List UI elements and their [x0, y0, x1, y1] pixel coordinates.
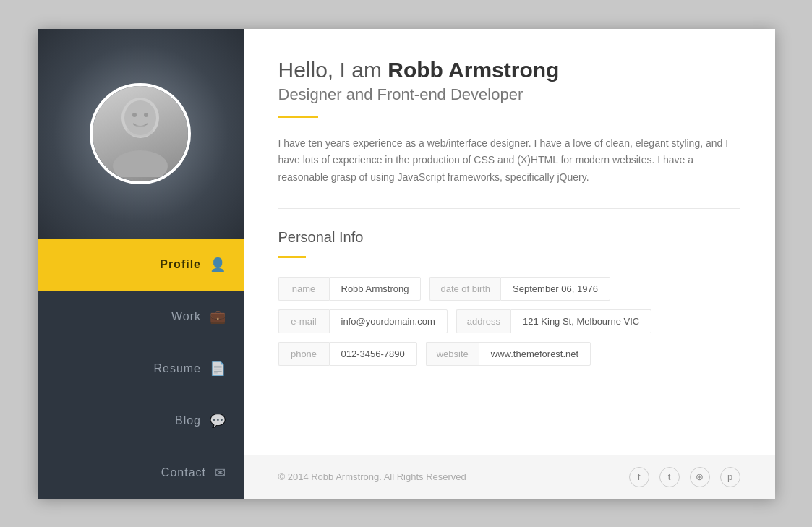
info-cell: phone 012-3456-7890 [278, 342, 417, 366]
copyright: © 2014 Robb Armstrong. All Rights Reserv… [278, 471, 466, 482]
nav-label-blog: Blog [175, 414, 201, 427]
info-label: website [426, 342, 479, 366]
nav-label-contact: Contact [161, 466, 206, 479]
nav-label-profile: Profile [160, 258, 201, 271]
info-grid: name Robb Armstrong date of birth Septem… [278, 277, 740, 366]
pinterest-icon[interactable]: p [720, 467, 740, 487]
avatar-image [93, 86, 188, 181]
info-cell: address 121 King St, Melbourne VIC [456, 309, 651, 333]
bio-text: I have ten years experience as a web/int… [278, 135, 740, 187]
info-label: date of birth [429, 277, 500, 301]
twitter-icon[interactable]: t [659, 467, 680, 487]
nav-label-resume: Resume [153, 362, 201, 375]
hello-prefix: Hello, I am [278, 58, 388, 82]
photo-area [38, 29, 244, 239]
sidebar: Profile 👤 Work 💼 Resume 📄 Blog 💬 Contact… [38, 29, 244, 499]
section-accent-bar [278, 256, 306, 258]
hello-heading: Hello, I am Robb Armstrong [278, 58, 740, 82]
profile-icon: 👤 [210, 257, 226, 273]
info-cell: date of birth September 06, 1976 [429, 277, 610, 301]
sidebar-item-work[interactable]: Work 💼 [38, 291, 244, 343]
sidebar-item-resume[interactable]: Resume 📄 [38, 343, 244, 395]
info-label: address [456, 309, 510, 333]
person-name: Robb Armstrong [388, 58, 559, 82]
svg-point-4 [127, 125, 153, 137]
info-row: e-mail info@yourdomain.com address 121 K… [278, 309, 740, 333]
info-value: 012-3456-7890 [329, 342, 417, 366]
avatar [90, 83, 191, 184]
info-value: September 06, 1976 [500, 277, 610, 301]
contact-icon: ✉ [215, 465, 226, 481]
blog-icon: 💬 [210, 413, 226, 429]
svg-point-5 [113, 150, 168, 177]
info-value: 121 King St, Melbourne VIC [510, 309, 651, 333]
info-cell: e-mail info@yourdomain.com [278, 309, 448, 333]
dribbble-icon[interactable]: ⊛ [690, 467, 710, 487]
svg-point-2 [132, 113, 137, 117]
svg-point-3 [144, 113, 148, 117]
facebook-icon[interactable]: f [629, 467, 649, 487]
info-label: name [278, 277, 329, 301]
sidebar-item-profile[interactable]: Profile 👤 [38, 239, 244, 291]
resume-icon: 📄 [210, 361, 226, 377]
sidebar-item-contact[interactable]: Contact ✉ [38, 447, 244, 499]
nav-label-work: Work [171, 310, 201, 323]
info-value: info@yourdomain.com [329, 309, 448, 333]
info-row: name Robb Armstrong date of birth Septem… [278, 277, 740, 301]
divider [278, 208, 740, 209]
info-label: e-mail [278, 309, 329, 333]
info-row: phone 012-3456-7890 website www.themefor… [278, 342, 740, 366]
main-content: Hello, I am Robb Armstrong Designer and … [244, 29, 775, 455]
social-icons: ft⊛p [629, 467, 740, 487]
info-value: Robb Armstrong [329, 277, 422, 301]
info-cell: name Robb Armstrong [278, 277, 422, 301]
info-value: www.themeforest.net [479, 342, 591, 366]
app-container: Profile 👤 Work 💼 Resume 📄 Blog 💬 Contact… [38, 29, 775, 499]
sidebar-item-blog[interactable]: Blog 💬 [38, 395, 244, 447]
main-panel: Hello, I am Robb Armstrong Designer and … [244, 29, 775, 499]
work-icon: 💼 [210, 309, 226, 325]
subtitle: Designer and Front-end Developer [278, 85, 740, 104]
section-title: Personal Info [278, 229, 740, 246]
accent-bar [278, 116, 318, 118]
footer: © 2014 Robb Armstrong. All Rights Reserv… [244, 455, 775, 499]
info-label: phone [278, 342, 329, 366]
info-cell: website www.themeforest.net [426, 342, 591, 366]
